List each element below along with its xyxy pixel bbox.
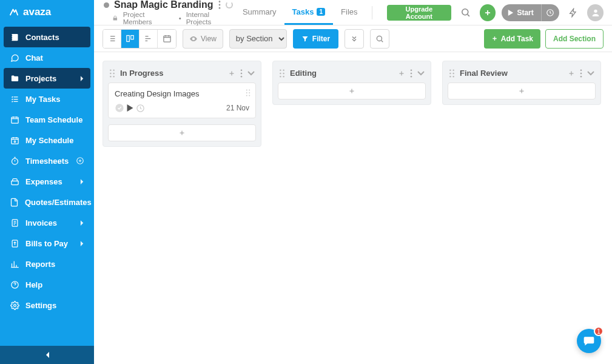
sidebar-item-help[interactable]: Help <box>4 274 90 295</box>
svg-point-15 <box>462 9 468 15</box>
group-by-select[interactable]: by Section <box>229 29 287 49</box>
chevron-right-icon <box>80 220 84 226</box>
svg-rect-2 <box>11 39 12 39</box>
svg-point-50 <box>449 72 451 73</box>
start-task-button[interactable] <box>127 104 133 112</box>
svg-point-27 <box>113 76 114 77</box>
column-add-button[interactable] <box>228 70 235 77</box>
project-category-link[interactable]: Internal Projects <box>186 11 235 25</box>
tab-files[interactable]: Files <box>333 0 365 25</box>
column-menu-button[interactable] <box>580 69 582 78</box>
plus-icon <box>178 129 186 136</box>
drag-handle-icon[interactable] <box>246 89 251 96</box>
tab-summary[interactable]: Summary <box>235 0 284 25</box>
sidebar-item-settings[interactable]: Settings <box>4 295 90 315</box>
column-collapse-button[interactable] <box>247 71 255 76</box>
chevron-down-icon <box>417 71 425 76</box>
plus-circle-icon[interactable] <box>76 157 84 165</box>
svg-point-23 <box>113 69 114 70</box>
user-avatar[interactable] <box>587 4 604 21</box>
sidebar-item-my-schedule[interactable]: My Schedule <box>4 130 90 150</box>
add-section-button[interactable]: Add Section <box>545 29 604 49</box>
project-menu-button[interactable] <box>218 1 221 9</box>
add-task-button[interactable]: Add Task <box>484 29 540 49</box>
sidebar-item-contacts[interactable]: Contacts <box>4 27 90 47</box>
chevron-right-icon <box>80 178 84 185</box>
invoice-icon <box>10 218 19 228</box>
svg-point-46 <box>411 72 412 74</box>
sidebar-item-projects[interactable]: Projects <box>4 68 90 89</box>
sidebar-item-bills[interactable]: Bills to Pay <box>4 233 90 254</box>
list-view-button[interactable] <box>103 30 121 48</box>
main-area: Snap Magic Branding Project Members • In… <box>94 0 612 364</box>
stopwatch-icon <box>10 156 19 166</box>
search-button[interactable] <box>457 4 474 21</box>
task-card[interactable]: Creating Design Images 21 Nov <box>108 83 256 118</box>
complete-toggle[interactable] <box>115 103 124 113</box>
column-menu-button[interactable] <box>240 69 243 78</box>
add-task-placeholder[interactable] <box>108 124 256 141</box>
view-toolbar: View by Section Filter Add Task Add Sect… <box>94 25 612 52</box>
chat-bubble-icon <box>583 335 595 347</box>
quick-add-button[interactable] <box>480 4 496 21</box>
topbar: Snap Magic Branding Project Members • In… <box>94 0 612 25</box>
bill-icon <box>10 238 19 248</box>
task-time-icon[interactable] <box>136 104 145 113</box>
activity-button[interactable] <box>565 4 582 21</box>
svg-rect-18 <box>127 36 129 42</box>
folder-icon <box>10 73 19 83</box>
board-view-button[interactable] <box>121 30 140 48</box>
sidebar-item-chat[interactable]: Chat <box>4 47 90 68</box>
column-add-button[interactable] <box>568 70 575 77</box>
sidebar-item-label: My Schedule <box>25 136 73 145</box>
board-column: Final Review <box>442 61 601 105</box>
add-task-placeholder[interactable] <box>448 83 596 99</box>
svg-point-24 <box>110 72 111 73</box>
column-collapse-button[interactable] <box>587 71 594 76</box>
sidebar-item-expenses[interactable]: Expenses <box>4 171 90 192</box>
sidebar-item-invoices[interactable]: Invoices <box>4 212 90 233</box>
sidebar-collapse-button[interactable] <box>0 346 94 364</box>
help-icon <box>10 280 19 289</box>
project-members-link[interactable]: Project Members <box>123 11 174 25</box>
svg-point-42 <box>283 72 284 73</box>
view-settings-button[interactable]: View <box>183 29 223 49</box>
search-tasks-button[interactable] <box>370 29 389 49</box>
column-add-button[interactable] <box>398 70 405 77</box>
sidebar-item-my-tasks[interactable]: My Tasks <box>4 89 90 109</box>
column-collapse-button[interactable] <box>417 71 425 76</box>
list-icon <box>107 34 116 43</box>
tasks-count-badge: 1 <box>317 8 325 16</box>
chevron-right-icon <box>80 75 84 82</box>
start-timer-button[interactable]: Start <box>502 4 540 21</box>
sidebar-item-timesheets[interactable]: Timesheets <box>4 150 90 171</box>
filter-button[interactable]: Filter <box>293 29 338 49</box>
sidebar-item-team-schedule[interactable]: Team Schedule <box>4 109 90 130</box>
upgrade-account-button[interactable]: Upgrade Account <box>387 5 452 21</box>
drag-handle-icon[interactable] <box>109 69 115 78</box>
sidebar-item-label: Expenses <box>25 177 62 186</box>
plus-icon <box>398 70 405 77</box>
drag-handle-icon[interactable] <box>279 69 285 78</box>
chevron-left-icon <box>44 351 50 359</box>
add-task-placeholder[interactable] <box>278 83 426 99</box>
column-menu-button[interactable] <box>410 69 412 78</box>
support-chat-button[interactable]: 1 <box>577 329 601 353</box>
brand-logo[interactable]: avaza <box>0 0 94 24</box>
svg-point-54 <box>580 69 582 71</box>
gantt-view-button[interactable] <box>140 30 158 48</box>
tab-tasks[interactable]: Tasks 1 <box>284 0 333 25</box>
chevron-down-icon <box>587 71 594 76</box>
sidebar-item-quotes[interactable]: Quotes/Estimates <box>4 192 90 212</box>
play-icon <box>508 10 514 16</box>
calendar-view-button[interactable] <box>158 30 176 48</box>
timer-history-button[interactable] <box>541 4 559 21</box>
sidebar-item-reports[interactable]: Reports <box>4 254 90 274</box>
plus-icon <box>518 87 525 95</box>
drag-handle-icon[interactable] <box>449 69 455 78</box>
svg-point-39 <box>280 69 281 70</box>
sidebar-item-label: Settings <box>25 301 56 310</box>
brand-text: avaza <box>23 6 51 18</box>
chart-icon <box>10 259 19 269</box>
expand-collapse-button[interactable] <box>345 29 364 49</box>
